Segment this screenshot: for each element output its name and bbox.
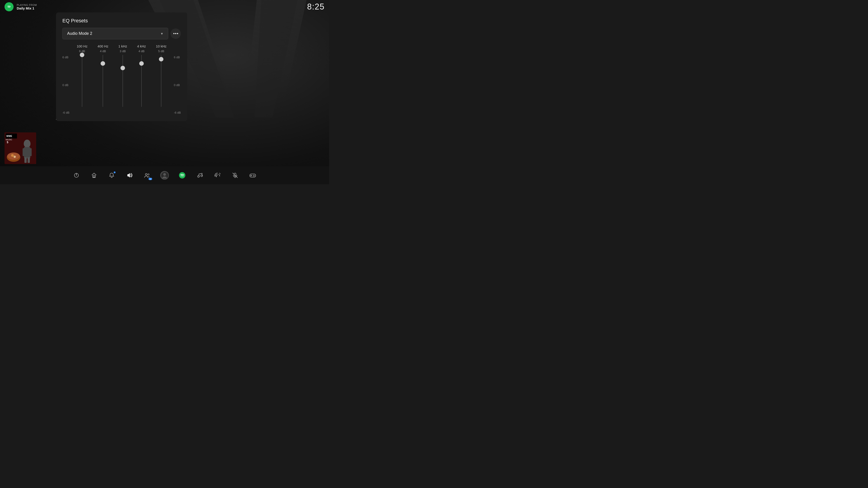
dot-icon	[175, 33, 176, 34]
eq-freq-label-0: 100 Hz	[76, 44, 88, 48]
eq-left-labels: 6 dB 0 dB -6 dB	[62, 44, 69, 114]
taskbar-avatar[interactable]	[160, 171, 169, 180]
eq-label-top-right: 6 dB	[174, 56, 181, 59]
svg-rect-14	[24, 157, 27, 163]
playlist-name: Daily Mix 1	[17, 6, 37, 10]
eq-more-button[interactable]	[170, 29, 181, 39]
taskbar-power-button[interactable]	[72, 171, 81, 180]
eq-freq-label-3: 4 kHz	[137, 44, 146, 48]
taskbar-bell-button[interactable]	[107, 171, 116, 180]
svg-text:MUSIC: MUSIC	[6, 138, 12, 141]
eq-preset-dropdown[interactable]: Audio Mode 2 ▼	[62, 28, 168, 39]
now-playing-section: PLAYING FROM Daily Mix 1	[4, 2, 37, 11]
taskbar-volume-button[interactable]	[125, 171, 133, 180]
eq-panel-title: EQ Presets	[62, 18, 181, 24]
eq-sliders-group: 100 Hz6 dB400 Hz4 dB1 kHz3 dB4 kHz4 dB10…	[72, 44, 172, 107]
svg-rect-15	[28, 157, 30, 163]
playing-from-label: PLAYING FROM	[17, 4, 37, 6]
eq-slider-col-10-kHz: 10 kHz5 dB	[156, 44, 166, 107]
eq-slider-track-0[interactable]	[81, 55, 83, 107]
eq-panel: EQ Presets Audio Mode 2 ▼ 6 dB 0 dB -6 d…	[56, 12, 187, 121]
svg-point-10	[24, 140, 31, 148]
dot-icon	[177, 33, 178, 34]
eq-slider-track-1[interactable]	[102, 55, 103, 107]
eq-freq-label-1: 400 Hz	[98, 44, 108, 48]
taskbar: 1	[0, 166, 329, 184]
eq-db-value-4: 5 dB	[158, 50, 164, 54]
friend-notification-badge: 1	[149, 178, 152, 180]
eq-db-value-2: 3 dB	[120, 50, 126, 54]
now-playing-text: PLAYING FROM Daily Mix 1	[17, 4, 37, 10]
taskbar-mic-off-button[interactable]	[231, 171, 239, 180]
svg-point-32	[216, 176, 217, 177]
eq-slider-track-2[interactable]	[122, 55, 123, 107]
svg-point-18	[11, 154, 14, 157]
eq-label-bot-right: -6 dB	[174, 111, 181, 114]
eq-label-bot-left: -6 dB	[62, 111, 69, 114]
eq-right-labels: 6 dB 0 dB -6 dB	[174, 44, 181, 114]
eq-slider-thumb-3[interactable]	[139, 61, 144, 66]
taskbar-home-button[interactable]	[90, 171, 98, 180]
taskbar-spotify-button[interactable]	[178, 171, 186, 180]
eq-slider-col-400-Hz: 400 Hz4 dB	[98, 44, 108, 107]
eq-slider-thumb-0[interactable]	[80, 53, 84, 57]
notification-dot	[114, 171, 116, 173]
svg-point-27	[163, 173, 166, 176]
svg-point-39	[254, 175, 254, 175]
svg-point-41	[253, 175, 254, 176]
eq-db-value-1: 4 dB	[100, 50, 106, 54]
slider-track-line	[123, 55, 123, 107]
svg-point-24	[145, 173, 147, 175]
taskbar-cast-button[interactable]	[213, 171, 222, 180]
svg-text:5: 5	[7, 141, 8, 144]
svg-point-25	[148, 174, 149, 175]
eq-label-mid-left: 0 dB	[62, 84, 69, 87]
svg-text:WWE: WWE	[6, 135, 12, 137]
eq-slider-thumb-4[interactable]	[159, 57, 163, 61]
eq-sliders-area: 6 dB 0 dB -6 dB 100 Hz6 dB400 Hz4 dB1 kH…	[62, 44, 181, 114]
spotify-logo-icon	[4, 2, 13, 11]
svg-point-19	[13, 156, 16, 158]
top-bar: PLAYING FROM Daily Mix 1 8:25	[0, 0, 329, 13]
taskbar-controller-button[interactable]	[248, 171, 257, 180]
taskbar-friends-button[interactable]: 1	[143, 171, 151, 180]
taskbar-avatar-button[interactable]	[160, 171, 169, 180]
eq-controls-row: Audio Mode 2 ▼	[62, 28, 181, 39]
taskbar-music-button[interactable]	[195, 171, 204, 180]
album-art-container: WWE MUSIC 5	[4, 132, 41, 164]
eq-preset-name: Audio Mode 2	[67, 31, 92, 36]
eq-slider-col-1-kHz: 1 kHz3 dB	[119, 44, 127, 107]
slider-track-line	[161, 55, 161, 107]
eq-slider-col-100-Hz: 100 Hz6 dB	[76, 44, 88, 107]
eq-slider-col-4-kHz: 4 kHz4 dB	[137, 44, 146, 107]
eq-db-value-3: 4 dB	[138, 50, 145, 54]
svg-rect-12	[23, 148, 25, 156]
system-clock: 8:25	[307, 2, 324, 11]
album-art-image: WWE MUSIC 5	[4, 132, 36, 164]
svg-rect-23	[93, 176, 95, 177]
dot-icon	[174, 33, 175, 34]
eq-label-mid-right: 0 dB	[174, 84, 181, 87]
slider-track-line	[82, 55, 82, 107]
eq-freq-label-4: 10 kHz	[156, 44, 166, 48]
eq-slider-track-3[interactable]	[141, 55, 142, 107]
eq-slider-thumb-2[interactable]	[121, 66, 125, 70]
svg-point-40	[254, 175, 255, 176]
eq-label-top-left: 6 dB	[62, 56, 69, 59]
svg-point-42	[254, 176, 254, 177]
chevron-down-icon: ▼	[160, 32, 163, 35]
eq-slider-thumb-1[interactable]	[101, 61, 105, 66]
album-art: WWE MUSIC 5	[4, 132, 36, 164]
svg-rect-13	[29, 148, 32, 156]
eq-slider-track-4[interactable]	[160, 55, 162, 107]
eq-freq-label-2: 1 kHz	[119, 44, 127, 48]
